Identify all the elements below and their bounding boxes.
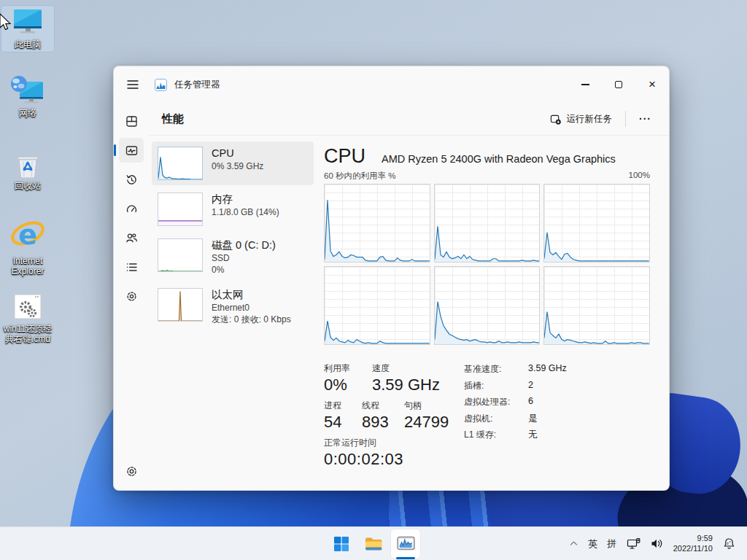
- stat-value: 3.59 GHz: [372, 374, 440, 395]
- startup-apps-icon: [125, 203, 138, 215]
- run-new-task-button[interactable]: 运行新任务: [543, 109, 620, 130]
- do-not-disturb-bell-icon: z z: [723, 537, 735, 550]
- info-label: 基准速度:: [464, 363, 528, 376]
- core-graph: [543, 184, 650, 262]
- info-label: 插槽:: [464, 380, 528, 392]
- app-history-icon: [125, 174, 138, 186]
- device-stat: 0% 3.59 GHz: [212, 160, 263, 172]
- device-item-memory[interactable]: 内存 1.1/8.0 GB (14%): [152, 187, 314, 231]
- users-icon: [125, 232, 138, 244]
- info-value: 6: [528, 396, 533, 408]
- device-item-cpu[interactable]: CPU 0% 3.59 GHz: [152, 141, 314, 185]
- sidebar-item-performance[interactable]: [119, 138, 144, 163]
- taskbar: 英 拼 9:59 2022/11/10 z: [0, 526, 747, 560]
- uptime-value: 0:00:02:03: [324, 448, 451, 470]
- info-label: 虚拟处理器:: [464, 396, 528, 408]
- stat-label: 句柄: [404, 400, 449, 411]
- stat-label: 速度: [372, 363, 440, 374]
- stat-label: 利用率: [324, 363, 362, 374]
- desktop-icon-network[interactable]: 网络: [1, 73, 54, 120]
- ime-language-button[interactable]: 英: [584, 533, 602, 555]
- graph-axis-max: 100%: [629, 171, 650, 182]
- sidebar-item-users[interactable]: [119, 225, 144, 250]
- core-graph: [543, 266, 650, 345]
- performance-icon: [125, 144, 138, 157]
- start-button[interactable]: [327, 529, 356, 559]
- processes-icon: [125, 115, 138, 128]
- stat-value: 893: [362, 411, 394, 432]
- sidebar-item-settings[interactable]: [119, 459, 144, 483]
- performance-device-list: CPU 0% 3.59 GHz 内存 1.1/8.0 GB (14%): [149, 141, 314, 491]
- info-value: 2: [528, 380, 533, 392]
- more-options-button[interactable]: ···: [632, 110, 659, 128]
- device-stat: 1.1/8.0 GB (14%): [212, 206, 279, 218]
- volume-tray-button[interactable]: [646, 534, 667, 553]
- network-icon: [9, 75, 46, 106]
- info-value: 3.59 GHz: [528, 363, 567, 376]
- core-graph: [324, 184, 430, 262]
- navigation-menu-button[interactable]: [117, 71, 149, 98]
- titlebar[interactable]: 任务管理器 ×: [114, 66, 669, 103]
- desktop-icon-recycle-bin[interactable]: 回收站: [1, 146, 54, 193]
- info-value: 无: [528, 429, 538, 441]
- device-name: 以太网: [212, 288, 291, 302]
- desktop-icon-label: win11还原经典右键.cmd: [1, 324, 54, 344]
- close-button[interactable]: ×: [635, 66, 669, 103]
- svg-text:z: z: [729, 540, 731, 543]
- internet-explorer-icon: e: [9, 217, 46, 254]
- info-label: 虚拟机:: [464, 413, 528, 425]
- core-graph: [434, 184, 541, 262]
- tray-chevron-button[interactable]: [565, 534, 583, 553]
- ethernet-network-icon: [627, 537, 640, 550]
- disk-mini-graph: [158, 238, 203, 272]
- info-label: L1 缓存:: [464, 429, 528, 441]
- device-name: 磁盘 0 (C: D:): [212, 238, 276, 252]
- desktop-icon-label: 回收站: [15, 181, 41, 191]
- stat-value: 54: [324, 411, 352, 432]
- page-header: 性能 运行新任务 ···: [149, 103, 669, 136]
- taskbar-clock[interactable]: 9:59 2022/11/10: [669, 534, 717, 553]
- info-value: 是: [528, 413, 538, 425]
- desktop-icon-cmd-file[interactable]: win11还原经典右键.cmd: [1, 290, 54, 346]
- desktop-icon-label: Internet Explorer: [1, 256, 54, 276]
- sidebar-item-startup-apps[interactable]: [119, 196, 144, 221]
- device-name: 内存: [212, 192, 279, 206]
- stat-value: 24799: [404, 411, 449, 432]
- device-item-ethernet[interactable]: 以太网 Ethernet0 发送: 0 接收: 0 Kbps: [152, 283, 314, 330]
- minimize-button[interactable]: [568, 66, 602, 103]
- cpu-detail-panel: CPU AMD Ryzen 5 2400G with Radeon Vega G…: [324, 141, 669, 491]
- svg-text:e: e: [18, 219, 37, 251]
- graph-axis-label: 60 秒内的利用率 %: [324, 171, 395, 182]
- tray-date: 2022/11/10: [673, 544, 713, 554]
- sidebar-item-details[interactable]: [119, 254, 144, 279]
- logical-processor-graphs[interactable]: [324, 184, 650, 345]
- device-stat: Ethernet0: [212, 302, 291, 314]
- task-manager-window: 任务管理器 ×: [113, 66, 670, 491]
- stat-label: 线程: [362, 400, 394, 411]
- ethernet-mini-graph: [158, 288, 203, 322]
- network-tray-button[interactable]: [622, 533, 645, 554]
- device-item-disk0[interactable]: 磁盘 0 (C: D:) SSD 0%: [152, 233, 314, 281]
- cpu-info-list: 基准速度:3.59 GHz 插槽:2 虚拟处理器:6 虚拟机:是 L1 缓存:无: [464, 363, 567, 470]
- device-stat: 发送: 0 接收: 0 Kbps: [212, 314, 291, 325]
- memory-mini-graph: [158, 192, 203, 226]
- task-manager-taskbar-button[interactable]: [391, 529, 420, 559]
- hamburger-icon: [127, 80, 139, 89]
- settings-gear-icon: [125, 465, 138, 478]
- notification-bell-button[interactable]: z z: [719, 533, 740, 554]
- sidebar-item-processes[interactable]: [119, 109, 144, 133]
- svg-text:z: z: [727, 541, 729, 545]
- sidebar-item-services[interactable]: [119, 284, 144, 308]
- ime-mode-button[interactable]: 拼: [603, 533, 621, 555]
- new-task-icon: [550, 114, 561, 125]
- task-manager-app-icon: [155, 79, 167, 91]
- windows-logo-icon: [333, 535, 350, 553]
- sidebar-item-app-history[interactable]: [119, 167, 144, 192]
- file-explorer-button[interactable]: [359, 529, 388, 559]
- window-title: 任务管理器: [174, 79, 220, 91]
- maximize-button[interactable]: [602, 66, 635, 103]
- desktop-icon-internet-explorer[interactable]: e Internet Explorer: [1, 215, 54, 279]
- chevron-up-icon: [569, 539, 578, 548]
- file-explorer-icon: [364, 536, 383, 552]
- mouse-cursor: [0, 13, 12, 32]
